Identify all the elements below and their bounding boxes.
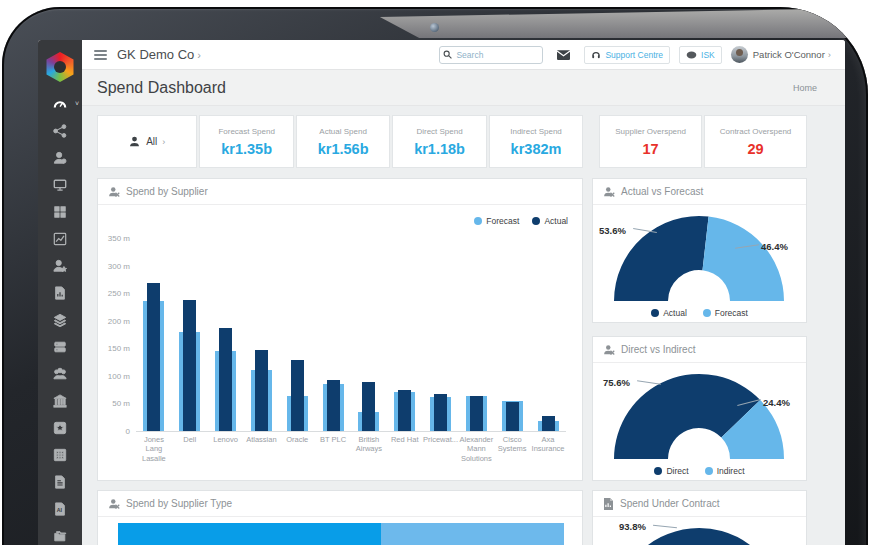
company-selector[interactable]: GK Demo Co›: [117, 47, 201, 62]
bar-actual[interactable]: [327, 380, 340, 431]
sidebar-item-user-gear[interactable]: [38, 146, 82, 170]
bar-actual[interactable]: [255, 350, 268, 431]
bar-group: [208, 238, 244, 431]
hamburger-menu-icon[interactable]: [94, 48, 107, 62]
search-input[interactable]: [439, 46, 543, 64]
kpi-direct-spend[interactable]: Direct Spend kr1.18b: [392, 115, 486, 168]
panel-header: Spend by Supplier Type: [98, 491, 582, 517]
y-axis-tick: 250 m: [100, 289, 130, 298]
gauge-slice-Actual[interactable]: [614, 216, 709, 301]
file-chart-icon: [603, 498, 614, 510]
kpi-contract-overspend[interactable]: Contract Overspend 29: [704, 115, 807, 168]
kpi-indirect-spend[interactable]: Indirect Spend kr382m: [489, 115, 583, 168]
user-gear-icon: [53, 151, 67, 165]
bar-actual[interactable]: [291, 360, 304, 431]
person-icon: [129, 136, 140, 147]
half-donut-chart: 75.6%24.4%DirectIndirect: [593, 363, 806, 480]
y-axis-tick: 200 m: [100, 317, 130, 326]
breadcrumb-home-link[interactable]: Home: [793, 83, 817, 93]
kpi-supplier-overspend[interactable]: Supplier Overspend 17: [599, 115, 702, 168]
panel-title: Direct vs Indirect: [621, 344, 695, 355]
users-icon: [53, 367, 67, 381]
page-title: Spend Dashboard: [97, 79, 226, 97]
panel-header: Direct vs Indirect: [593, 337, 806, 363]
legend-item-direct[interactable]: Direct: [654, 466, 688, 476]
sidebar-item-layers[interactable]: [38, 308, 82, 332]
network-icon: [53, 124, 67, 138]
sidebar-item-gauge[interactable]: ˅: [38, 92, 82, 116]
legend-label: Indirect: [717, 466, 745, 476]
stacked-segment-2[interactable]: [381, 523, 564, 545]
user-avatar[interactable]: [731, 46, 748, 63]
x-axis-label: British Airways: [351, 435, 387, 463]
legend-item-actual[interactable]: Actual: [532, 216, 568, 226]
sidebar-item-monitor[interactable]: [38, 173, 82, 197]
sidebar-item-star-box[interactable]: [38, 416, 82, 440]
sidebar-item-line-chart[interactable]: [38, 227, 82, 251]
legend-label: Forecast: [715, 308, 748, 318]
bar-actual[interactable]: [183, 300, 196, 431]
kpi-label: Indirect Spend: [510, 127, 562, 136]
bar-actual[interactable]: [147, 283, 160, 431]
sidebar-item-grid[interactable]: [38, 200, 82, 224]
sidebar-item-folders[interactable]: [38, 524, 82, 545]
app-logo-icon[interactable]: [45, 52, 75, 82]
legend-item-forecast[interactable]: Forecast: [703, 308, 748, 318]
bar-actual[interactable]: [398, 390, 411, 431]
sidebar-item-users[interactable]: [38, 362, 82, 386]
sidebar-item-file-ai[interactable]: AI: [38, 497, 82, 521]
sidebar-item-keypad[interactable]: [38, 443, 82, 467]
bar-actual[interactable]: [470, 396, 483, 431]
sidebar-item-server[interactable]: [38, 335, 82, 359]
kpi-value: 17: [643, 141, 659, 157]
legend-item-forecast[interactable]: Forecast: [474, 216, 519, 226]
kpi-forecast-spend[interactable]: Forecast Spend kr1.35b: [199, 115, 293, 168]
sidebar-item-file-chart[interactable]: [38, 281, 82, 305]
legend-item-indirect[interactable]: Indirect: [705, 466, 745, 476]
stacked-bar-chart: [98, 517, 582, 545]
panel-title: Actual vs Forecast: [621, 186, 703, 197]
bar-actual[interactable]: [219, 328, 232, 431]
kpi-actual-spend[interactable]: Actual Spend kr1.56b: [296, 115, 390, 168]
sidebar-item-network[interactable]: [38, 119, 82, 143]
half-donut-chart: 93.8%: [593, 517, 806, 545]
bar-actual[interactable]: [434, 394, 447, 431]
panel-spend-by-supplier: Spend by Supplier ForecastActual350 m300…: [97, 178, 583, 481]
stacked-segment-1[interactable]: [118, 523, 381, 545]
bar-actual[interactable]: [542, 416, 555, 431]
legend-dot-icon: [703, 309, 711, 317]
kpi-label: Contract Overspend: [720, 127, 792, 136]
chart-legend: ForecastActual: [474, 216, 568, 226]
legend-label: Actual: [663, 308, 687, 318]
y-axis-tick: 0: [100, 427, 130, 436]
mail-icon[interactable]: [557, 50, 570, 60]
kpi-value: kr1.35b: [221, 141, 272, 157]
tablet-device-frame: ˅AI GK Demo Co› Support Centre: [2, 7, 868, 545]
panel-spend-under-contract: Spend Under Contract 93.8%: [592, 490, 807, 545]
x-axis-label: Dell: [172, 435, 208, 463]
legend-label: Forecast: [486, 216, 519, 226]
gauge-slice-Forecast[interactable]: [703, 217, 785, 301]
bar-group: [244, 238, 280, 431]
legend-item-actual[interactable]: Actual: [651, 308, 687, 318]
kpi-value: kr1.56b: [318, 141, 369, 157]
currency-selector-button[interactable]: ISK: [679, 46, 722, 64]
chevron-down-icon: ˅: [75, 100, 79, 107]
support-centre-button[interactable]: Support Centre: [584, 46, 670, 64]
bar-actual[interactable]: [506, 402, 519, 431]
y-axis-tick: 300 m: [100, 262, 130, 271]
bank-icon: [53, 394, 67, 408]
x-axis-label: Red Hat: [387, 435, 423, 463]
monitor-icon: [53, 178, 67, 192]
star-box-icon: [53, 421, 67, 435]
user-menu[interactable]: Patrick O'Connor›: [753, 49, 831, 60]
bar-group: [530, 238, 566, 431]
sidebar-item-user-star[interactable]: [38, 254, 82, 278]
kpi-value: kr1.18b: [414, 141, 465, 157]
filter-all-selector[interactable]: All ›: [97, 115, 197, 168]
sidebar-item-file-bars[interactable]: [38, 470, 82, 494]
panel-title: Spend by Supplier Type: [126, 498, 232, 509]
sidebar-item-bank[interactable]: [38, 389, 82, 413]
sidebar-items: ˅AI: [38, 92, 82, 545]
bar-actual[interactable]: [362, 382, 375, 431]
